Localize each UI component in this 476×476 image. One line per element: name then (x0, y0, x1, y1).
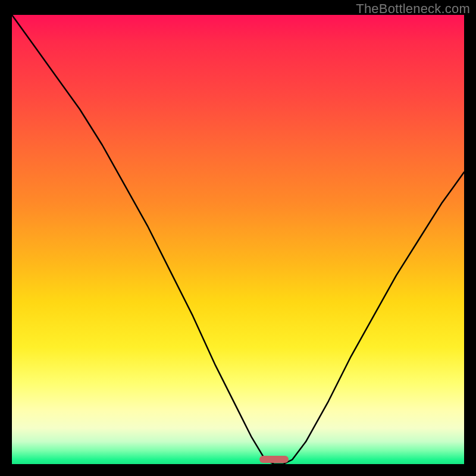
plot-area (12, 15, 464, 464)
bottleneck-curve (12, 15, 464, 464)
chart-frame: TheBottleneck.com (0, 0, 476, 476)
optimal-marker (259, 456, 289, 463)
